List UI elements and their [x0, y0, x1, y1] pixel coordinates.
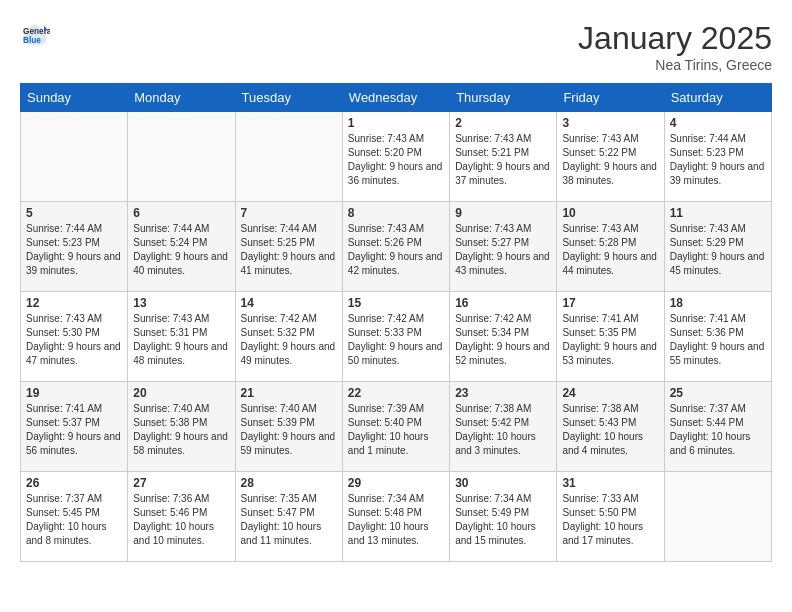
cell-w5-d3: 28Sunrise: 7:35 AM Sunset: 5:47 PM Dayli…: [235, 472, 342, 562]
header-sunday: Sunday: [21, 84, 128, 112]
day-number: 4: [670, 116, 766, 130]
day-info: Sunrise: 7:43 AM Sunset: 5:27 PM Dayligh…: [455, 222, 551, 278]
calendar-subtitle: Nea Tirins, Greece: [578, 57, 772, 73]
day-number: 25: [670, 386, 766, 400]
week-row-1: 1Sunrise: 7:43 AM Sunset: 5:20 PM Daylig…: [21, 112, 772, 202]
cell-w3-d3: 14Sunrise: 7:42 AM Sunset: 5:32 PM Dayli…: [235, 292, 342, 382]
cell-w1-d7: 4Sunrise: 7:44 AM Sunset: 5:23 PM Daylig…: [664, 112, 771, 202]
cell-w4-d6: 24Sunrise: 7:38 AM Sunset: 5:43 PM Dayli…: [557, 382, 664, 472]
cell-w3-d6: 17Sunrise: 7:41 AM Sunset: 5:35 PM Dayli…: [557, 292, 664, 382]
cell-w5-d4: 29Sunrise: 7:34 AM Sunset: 5:48 PM Dayli…: [342, 472, 449, 562]
cell-w1-d5: 2Sunrise: 7:43 AM Sunset: 5:21 PM Daylig…: [450, 112, 557, 202]
cell-w5-d2: 27Sunrise: 7:36 AM Sunset: 5:46 PM Dayli…: [128, 472, 235, 562]
cell-w4-d5: 23Sunrise: 7:38 AM Sunset: 5:42 PM Dayli…: [450, 382, 557, 472]
calendar-title: January 2025: [578, 20, 772, 57]
week-row-2: 5Sunrise: 7:44 AM Sunset: 5:23 PM Daylig…: [21, 202, 772, 292]
cell-w4-d3: 21Sunrise: 7:40 AM Sunset: 5:39 PM Dayli…: [235, 382, 342, 472]
day-number: 10: [562, 206, 658, 220]
cell-w1-d6: 3Sunrise: 7:43 AM Sunset: 5:22 PM Daylig…: [557, 112, 664, 202]
day-number: 12: [26, 296, 122, 310]
header-wednesday: Wednesday: [342, 84, 449, 112]
svg-text:General: General: [23, 27, 50, 36]
day-info: Sunrise: 7:42 AM Sunset: 5:33 PM Dayligh…: [348, 312, 444, 368]
day-number: 3: [562, 116, 658, 130]
day-number: 22: [348, 386, 444, 400]
cell-w2-d4: 8Sunrise: 7:43 AM Sunset: 5:26 PM Daylig…: [342, 202, 449, 292]
day-number: 18: [670, 296, 766, 310]
day-number: 21: [241, 386, 337, 400]
cell-w3-d4: 15Sunrise: 7:42 AM Sunset: 5:33 PM Dayli…: [342, 292, 449, 382]
title-block: January 2025 Nea Tirins, Greece: [578, 20, 772, 73]
cell-w1-d3: [235, 112, 342, 202]
cell-w4-d2: 20Sunrise: 7:40 AM Sunset: 5:38 PM Dayli…: [128, 382, 235, 472]
day-number: 15: [348, 296, 444, 310]
header-friday: Friday: [557, 84, 664, 112]
day-number: 8: [348, 206, 444, 220]
day-number: 17: [562, 296, 658, 310]
day-info: Sunrise: 7:43 AM Sunset: 5:30 PM Dayligh…: [26, 312, 122, 368]
day-number: 7: [241, 206, 337, 220]
day-number: 23: [455, 386, 551, 400]
day-info: Sunrise: 7:43 AM Sunset: 5:28 PM Dayligh…: [562, 222, 658, 278]
cell-w5-d6: 31Sunrise: 7:33 AM Sunset: 5:50 PM Dayli…: [557, 472, 664, 562]
day-number: 6: [133, 206, 229, 220]
day-number: 19: [26, 386, 122, 400]
day-info: Sunrise: 7:33 AM Sunset: 5:50 PM Dayligh…: [562, 492, 658, 548]
day-number: 1: [348, 116, 444, 130]
day-info: Sunrise: 7:43 AM Sunset: 5:22 PM Dayligh…: [562, 132, 658, 188]
day-info: Sunrise: 7:34 AM Sunset: 5:48 PM Dayligh…: [348, 492, 444, 548]
cell-w2-d6: 10Sunrise: 7:43 AM Sunset: 5:28 PM Dayli…: [557, 202, 664, 292]
day-info: Sunrise: 7:38 AM Sunset: 5:42 PM Dayligh…: [455, 402, 551, 458]
week-row-3: 12Sunrise: 7:43 AM Sunset: 5:30 PM Dayli…: [21, 292, 772, 382]
cell-w5-d1: 26Sunrise: 7:37 AM Sunset: 5:45 PM Dayli…: [21, 472, 128, 562]
cell-w3-d7: 18Sunrise: 7:41 AM Sunset: 5:36 PM Dayli…: [664, 292, 771, 382]
day-info: Sunrise: 7:44 AM Sunset: 5:23 PM Dayligh…: [670, 132, 766, 188]
day-info: Sunrise: 7:40 AM Sunset: 5:38 PM Dayligh…: [133, 402, 229, 458]
day-number: 24: [562, 386, 658, 400]
day-number: 31: [562, 476, 658, 490]
cell-w3-d5: 16Sunrise: 7:42 AM Sunset: 5:34 PM Dayli…: [450, 292, 557, 382]
day-number: 14: [241, 296, 337, 310]
cell-w1-d2: [128, 112, 235, 202]
day-info: Sunrise: 7:37 AM Sunset: 5:45 PM Dayligh…: [26, 492, 122, 548]
header-tuesday: Tuesday: [235, 84, 342, 112]
day-number: 29: [348, 476, 444, 490]
calendar-table: Sunday Monday Tuesday Wednesday Thursday…: [20, 83, 772, 562]
day-info: Sunrise: 7:44 AM Sunset: 5:25 PM Dayligh…: [241, 222, 337, 278]
logo-icon: General Blue: [20, 20, 50, 50]
day-number: 28: [241, 476, 337, 490]
day-number: 26: [26, 476, 122, 490]
day-number: 5: [26, 206, 122, 220]
header-saturday: Saturday: [664, 84, 771, 112]
day-info: Sunrise: 7:43 AM Sunset: 5:29 PM Dayligh…: [670, 222, 766, 278]
week-row-4: 19Sunrise: 7:41 AM Sunset: 5:37 PM Dayli…: [21, 382, 772, 472]
cell-w5-d5: 30Sunrise: 7:34 AM Sunset: 5:49 PM Dayli…: [450, 472, 557, 562]
day-number: 30: [455, 476, 551, 490]
cell-w1-d1: [21, 112, 128, 202]
day-info: Sunrise: 7:42 AM Sunset: 5:32 PM Dayligh…: [241, 312, 337, 368]
day-info: Sunrise: 7:41 AM Sunset: 5:35 PM Dayligh…: [562, 312, 658, 368]
day-info: Sunrise: 7:41 AM Sunset: 5:37 PM Dayligh…: [26, 402, 122, 458]
day-info: Sunrise: 7:44 AM Sunset: 5:24 PM Dayligh…: [133, 222, 229, 278]
day-info: Sunrise: 7:44 AM Sunset: 5:23 PM Dayligh…: [26, 222, 122, 278]
day-info: Sunrise: 7:37 AM Sunset: 5:44 PM Dayligh…: [670, 402, 766, 458]
cell-w4-d4: 22Sunrise: 7:39 AM Sunset: 5:40 PM Dayli…: [342, 382, 449, 472]
day-info: Sunrise: 7:43 AM Sunset: 5:21 PM Dayligh…: [455, 132, 551, 188]
cell-w2-d5: 9Sunrise: 7:43 AM Sunset: 5:27 PM Daylig…: [450, 202, 557, 292]
day-info: Sunrise: 7:39 AM Sunset: 5:40 PM Dayligh…: [348, 402, 444, 458]
svg-text:Blue: Blue: [23, 36, 41, 45]
day-number: 9: [455, 206, 551, 220]
day-number: 27: [133, 476, 229, 490]
cell-w2-d1: 5Sunrise: 7:44 AM Sunset: 5:23 PM Daylig…: [21, 202, 128, 292]
day-info: Sunrise: 7:38 AM Sunset: 5:43 PM Dayligh…: [562, 402, 658, 458]
day-number: 20: [133, 386, 229, 400]
day-info: Sunrise: 7:35 AM Sunset: 5:47 PM Dayligh…: [241, 492, 337, 548]
day-info: Sunrise: 7:36 AM Sunset: 5:46 PM Dayligh…: [133, 492, 229, 548]
cell-w4-d7: 25Sunrise: 7:37 AM Sunset: 5:44 PM Dayli…: [664, 382, 771, 472]
day-number: 16: [455, 296, 551, 310]
day-info: Sunrise: 7:43 AM Sunset: 5:31 PM Dayligh…: [133, 312, 229, 368]
day-info: Sunrise: 7:43 AM Sunset: 5:26 PM Dayligh…: [348, 222, 444, 278]
days-header-row: Sunday Monday Tuesday Wednesday Thursday…: [21, 84, 772, 112]
week-row-5: 26Sunrise: 7:37 AM Sunset: 5:45 PM Dayli…: [21, 472, 772, 562]
header-thursday: Thursday: [450, 84, 557, 112]
